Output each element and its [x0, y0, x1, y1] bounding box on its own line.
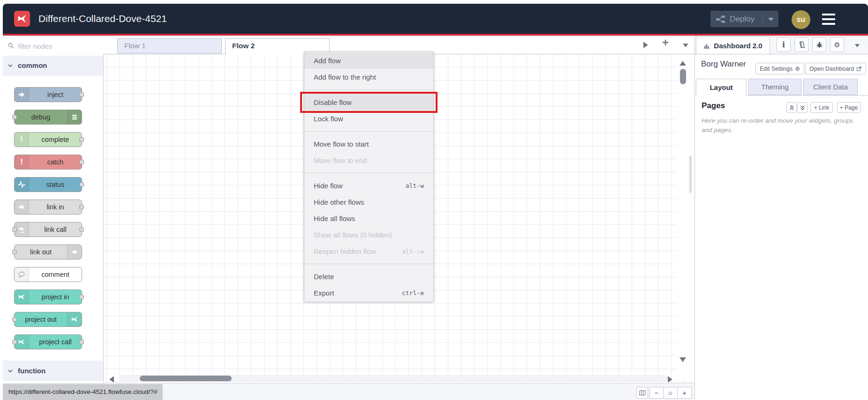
debug-button[interactable]: [812, 37, 826, 52]
zoom-reset-button[interactable]: ○: [664, 387, 678, 399]
palette-node-status[interactable]: status: [14, 177, 82, 192]
palette-node-label: complete: [29, 133, 82, 147]
palette-node-link-in[interactable]: link in: [14, 200, 82, 215]
menu-item-label: Delete: [314, 268, 334, 285]
menu-item-label: Lock flow: [314, 111, 343, 127]
node-port-left: [12, 250, 17, 254]
sidebar-tab-layout[interactable]: Layout: [696, 79, 747, 96]
map-icon: [639, 390, 646, 396]
add-link-button[interactable]: + Link: [810, 102, 833, 113]
menu-item-delete[interactable]: Delete: [304, 268, 433, 285]
flow-list-chevron-icon[interactable]: [683, 44, 688, 47]
bar-chart-icon: [703, 42, 710, 49]
palette-node-label: link out: [15, 245, 67, 259]
zoom-in-button[interactable]: +: [678, 387, 692, 399]
hscroll-left-icon[interactable]: [109, 376, 114, 383]
move-up-button[interactable]: [786, 102, 797, 113]
sidebar-tab-theming[interactable]: Theming: [748, 79, 801, 95]
palette-node-project-call[interactable]: project call: [14, 334, 82, 349]
sidebar-tab-client-data[interactable]: Client Data: [803, 79, 858, 95]
hscroll-thumb[interactable]: [140, 376, 232, 381]
palette-node-catch[interactable]: !catch: [14, 155, 82, 170]
menu-item-add-flow-to-the-right[interactable]: Add flow to the right: [304, 69, 433, 85]
add-flow-icon[interactable]: +: [662, 36, 669, 49]
book-icon: [798, 41, 805, 48]
deploy-button[interactable]: Deploy: [710, 11, 778, 27]
menu-item-hide-all-flows[interactable]: Hide all flows: [304, 210, 433, 227]
pages-description: Here you can re-order and move your widg…: [702, 116, 863, 134]
flow-tab-flow-1[interactable]: Flow 1: [117, 38, 222, 53]
palette-section-common[interactable]: common: [3, 56, 103, 75]
menu-item-move-flow-to-start[interactable]: Move flow to start: [304, 136, 433, 152]
panel-scrollbar-thumb[interactable]: [689, 156, 692, 193]
pages-title: Pages: [702, 101, 725, 111]
node-port-right: [79, 295, 84, 299]
palette-node-debug[interactable]: debug: [14, 110, 82, 125]
navigator-map-button[interactable]: [636, 387, 648, 399]
palette-node-project-in[interactable]: project in: [14, 289, 82, 304]
menu-item-reopen-hidden-flow: Reopen hidden flowalt-⇧w: [304, 243, 433, 259]
palette-node-label: inject: [29, 88, 82, 102]
user-avatar[interactable]: su: [792, 10, 810, 29]
node-palette: common injectdebug!complete!catchstatusl…: [3, 36, 104, 383]
node-port-right: [79, 182, 84, 187]
palette-node-label: project out: [15, 312, 67, 326]
palette-node-inject[interactable]: inject: [14, 87, 82, 102]
canvas-right-margin: [676, 54, 694, 375]
menu-item-label: Show all flows (0 hidden): [314, 227, 392, 243]
info-button[interactable]: i: [777, 37, 791, 52]
hscroll-right-icon[interactable]: [668, 376, 672, 383]
vscroll-thumb[interactable]: [680, 69, 686, 84]
node-port-right: [79, 340, 84, 344]
config-button[interactable]: ⚙: [830, 37, 844, 52]
list-lines-icon: [67, 110, 82, 124]
palette-node-label: link call: [29, 222, 82, 237]
menu-item-label: Disable flow: [314, 94, 352, 111]
node-port-right: [79, 205, 84, 209]
deploy-chevron-down-icon[interactable]: [768, 18, 774, 21]
chevron-down-icon: [8, 63, 13, 68]
edit-settings-button[interactable]: Edit Settings ⚙: [755, 63, 804, 74]
move-down-button[interactable]: [797, 102, 808, 113]
palette-node-project-out[interactable]: project out: [14, 312, 82, 327]
menu-separator: [304, 89, 433, 90]
vscroll-up-icon[interactable]: [679, 61, 686, 66]
menu-item-hide-flow[interactable]: Hide flowalt-w: [304, 178, 433, 194]
menu-item-export[interactable]: Exportctrl-e: [304, 285, 433, 301]
sidebar-tab-dashboard[interactable]: Dashboard 2.0: [696, 37, 770, 54]
add-page-button[interactable]: + Page: [837, 102, 860, 113]
menu-separator: [304, 264, 433, 264]
palette-node-complete[interactable]: !complete: [14, 132, 82, 147]
palette-node-label: link in: [29, 200, 82, 214]
main-menu-hamburger-icon[interactable]: [822, 14, 835, 25]
flowfuse-icon: [15, 290, 29, 304]
node-port-left: [12, 115, 17, 119]
palette-node-link-call[interactable]: link call: [14, 222, 82, 237]
palette-node-link-out[interactable]: link out: [14, 244, 82, 259]
palette-node-comment[interactable]: comment: [14, 267, 82, 282]
sidebar-menu-chevron-icon[interactable]: [855, 44, 860, 47]
menu-item-disable-flow[interactable]: Disable flow: [304, 94, 433, 111]
open-dashboard-button[interactable]: Open Dashboard: [805, 63, 866, 74]
filter-nodes-input[interactable]: [17, 37, 94, 54]
next-tab-icon[interactable]: [643, 42, 648, 48]
gear-icon: ⚙: [795, 66, 800, 72]
gear-icon: ⚙: [834, 41, 840, 49]
palette-node-label: project call: [29, 335, 82, 349]
palette-section-function[interactable]: function: [3, 361, 103, 381]
palette-node-label: catch: [29, 155, 82, 169]
docs-button[interactable]: [794, 37, 808, 52]
double-chevron-up-icon: [789, 105, 794, 111]
info-icon: i: [782, 40, 785, 49]
exclamation-icon: !: [15, 155, 29, 169]
zoom-out-button[interactable]: −: [649, 387, 664, 399]
deploy-label: Deploy: [730, 15, 755, 24]
chevron-down-icon: [8, 368, 13, 374]
menu-item-add-flow[interactable]: Add flow: [304, 52, 433, 69]
node-port-right: [79, 137, 84, 142]
menu-item-label: Add flow: [314, 52, 341, 69]
menu-item-hide-other-flows[interactable]: Hide other flows: [304, 194, 433, 210]
vscroll-down-icon[interactable]: [679, 357, 686, 362]
pulse-icon: [15, 178, 29, 192]
menu-item-lock-flow[interactable]: Lock flow: [304, 111, 433, 127]
